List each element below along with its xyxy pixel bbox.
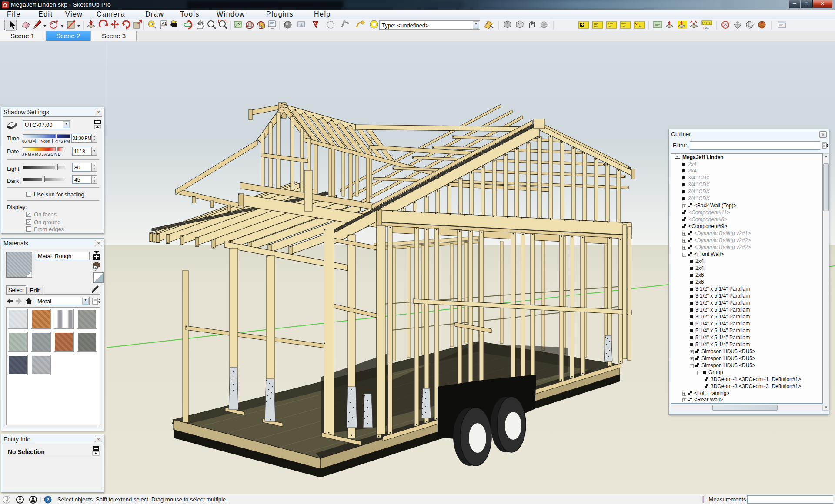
svg-text:FM:1: FM:1 bbox=[703, 27, 709, 29]
svg-text:?: ? bbox=[47, 497, 50, 502]
svg-text:Title: Title bbox=[638, 25, 641, 28]
svg-text:A1: A1 bbox=[162, 21, 167, 26]
svg-text:Title: Title bbox=[621, 25, 625, 28]
svg-text:Title: Title bbox=[608, 25, 611, 28]
svg-text:Title: Title bbox=[594, 25, 598, 28]
